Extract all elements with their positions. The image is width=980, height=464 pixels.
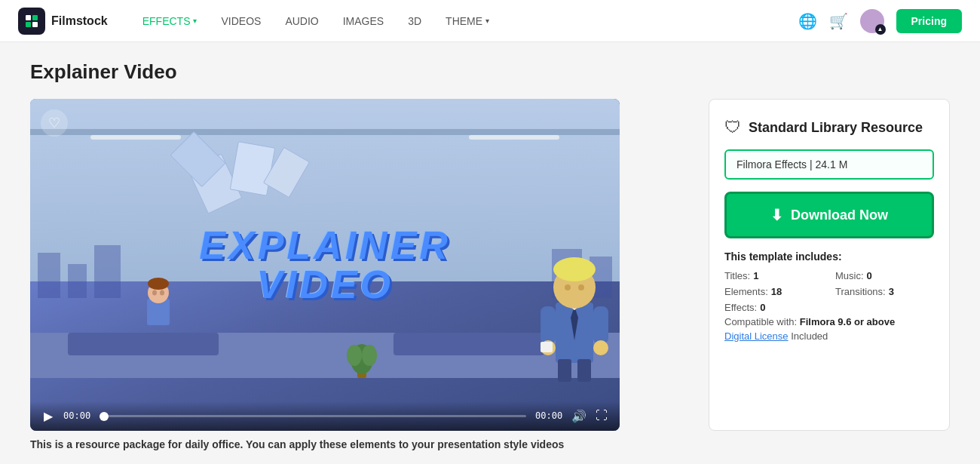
elements-value: 18 xyxy=(771,286,782,297)
transitions-label: Transitions: xyxy=(835,286,886,297)
svg-point-21 xyxy=(578,284,584,290)
fullscreen-button[interactable]: ⛶ xyxy=(596,409,608,423)
download-icon: ⬇ xyxy=(770,206,783,224)
download-label: Download Now xyxy=(791,207,888,223)
license-row: Digital License Included xyxy=(724,330,934,342)
brand-logo[interactable]: Filmstock xyxy=(18,8,108,35)
play-button[interactable]: ▶ xyxy=(42,407,54,425)
compat-label: Compatible with: xyxy=(724,316,797,327)
shield-icon: 🛡 xyxy=(724,118,741,137)
logo-icon xyxy=(18,8,45,35)
video-controls: ▶ 00:00 00:00 🔊 ⛶ xyxy=(30,401,620,431)
building-bg xyxy=(30,198,620,298)
nav-effects[interactable]: EFFECTS ▾ xyxy=(132,9,208,33)
template-music: Music: 0 xyxy=(835,270,934,281)
notification-badge: ▲ xyxy=(875,24,886,35)
compatibility-row: Compatible with: Filmora 9.6 or above xyxy=(724,316,934,327)
cart-icon[interactable]: 🛒 xyxy=(829,12,848,30)
desk-right xyxy=(394,333,544,355)
chevron-down-icon: ▾ xyxy=(193,17,197,25)
template-info: This template includes: Titles: 1 Music:… xyxy=(724,250,934,342)
pricing-button[interactable]: Pricing xyxy=(896,9,962,33)
character-left xyxy=(136,276,181,336)
time-current: 00:00 xyxy=(63,410,90,421)
file-info-text: Filmora Effects | 24.1 M xyxy=(737,158,847,171)
svg-rect-22 xyxy=(558,359,571,382)
svg-point-7 xyxy=(152,290,157,295)
template-effects: Effects: 0 xyxy=(724,302,934,313)
main-grid: EXPLAINER VIDEO xyxy=(30,99,950,431)
svg-rect-23 xyxy=(577,359,591,382)
nav-audio[interactable]: AUDIO xyxy=(274,9,329,33)
template-titles: Titles: 1 xyxy=(724,270,823,281)
template-grid: Titles: 1 Music: 0 Elements: 18 Transiti… xyxy=(724,270,934,297)
titles-label: Titles: xyxy=(724,270,750,281)
nav-items: EFFECTS ▾ VIDEOS AUDIO IMAGES 3D THEME ▾ xyxy=(132,9,798,33)
description: This is a resource package for daily off… xyxy=(30,437,950,453)
svg-point-20 xyxy=(565,284,571,290)
nav-theme[interactable]: THEME ▾ xyxy=(435,9,500,33)
progress-bar[interactable] xyxy=(100,415,526,417)
ceiling xyxy=(30,129,620,135)
progress-indicator xyxy=(100,412,109,421)
nav-3d[interactable]: 3D xyxy=(397,9,432,33)
chevron-down-icon: ▾ xyxy=(485,17,489,25)
right-panel: 🛡 Standard Library Resource Filmora Effe… xyxy=(709,99,950,431)
svg-rect-1 xyxy=(32,15,38,20)
scene: EXPLAINER VIDEO xyxy=(30,99,620,431)
character-right xyxy=(537,242,612,386)
page-content: Explainer Video xyxy=(0,42,980,464)
resource-title: Standard Library Resource xyxy=(749,120,923,136)
nav-videos[interactable]: VIDEOS xyxy=(210,9,271,33)
music-label: Music: xyxy=(835,270,864,281)
resource-header: 🛡 Standard Library Resource xyxy=(724,118,934,137)
effects-value: 0 xyxy=(760,302,765,313)
download-button[interactable]: ⬇ Download Now xyxy=(724,192,934,238)
titles-value: 1 xyxy=(753,270,758,281)
avatar-container[interactable]: ▲ xyxy=(860,9,884,33)
effects-label: Effects: xyxy=(724,302,757,313)
svg-rect-15 xyxy=(541,306,556,344)
transitions-value: 3 xyxy=(889,286,894,297)
compat-value: Filmora 9.6 or above xyxy=(800,316,895,327)
svg-point-6 xyxy=(148,278,169,290)
elements-label: Elements: xyxy=(724,286,768,297)
favorite-button[interactable]: ♡ xyxy=(41,109,68,137)
nav-images[interactable]: IMAGES xyxy=(332,9,394,33)
svg-rect-16 xyxy=(593,306,608,344)
template-elements: Elements: 18 xyxy=(724,286,823,297)
svg-rect-2 xyxy=(26,22,31,27)
svg-point-18 xyxy=(593,340,608,355)
video-thumbnail: EXPLAINER VIDEO xyxy=(30,99,620,431)
svg-rect-0 xyxy=(26,15,31,20)
brand-name: Filmstock xyxy=(51,14,108,28)
template-transitions: Transitions: 3 xyxy=(835,286,934,297)
license-included-label: Included xyxy=(791,330,828,342)
template-includes-title: This template includes: xyxy=(724,250,934,263)
plant xyxy=(347,336,377,382)
time-total: 00:00 xyxy=(535,410,562,421)
svg-point-27 xyxy=(362,345,377,366)
navbar: Filmstock EFFECTS ▾ VIDEOS AUDIO IMAGES … xyxy=(0,0,980,42)
volume-button[interactable]: 🔊 xyxy=(571,409,586,423)
file-info-box: Filmora Effects | 24.1 M xyxy=(724,149,934,180)
lamp-right xyxy=(469,135,559,140)
music-value: 0 xyxy=(867,270,872,281)
svg-point-26 xyxy=(347,345,362,366)
svg-rect-3 xyxy=(32,22,38,27)
nav-right: 🌐 🛒 ▲ Pricing xyxy=(798,9,962,33)
description-text: This is a resource package for daily off… xyxy=(30,438,564,450)
lamp-left xyxy=(90,135,181,140)
globe-icon[interactable]: 🌐 xyxy=(798,12,817,30)
video-panel: EXPLAINER VIDEO xyxy=(30,99,620,431)
digital-license-link[interactable]: Digital License xyxy=(724,330,789,342)
svg-point-8 xyxy=(160,290,164,295)
svg-point-14 xyxy=(553,257,596,281)
svg-rect-19 xyxy=(541,342,553,352)
page-title: Explainer Video xyxy=(30,60,950,84)
